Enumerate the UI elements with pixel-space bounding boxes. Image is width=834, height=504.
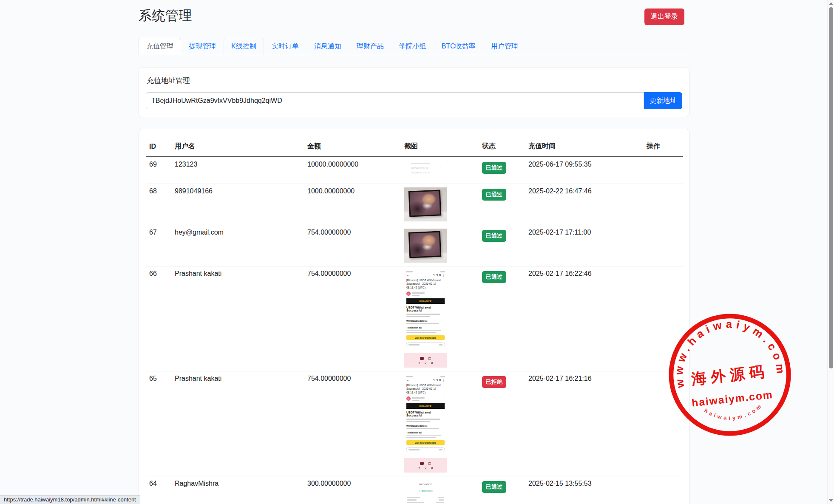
tab-5[interactable]: 消息通知 [306,38,349,55]
skeleton-text-line [407,499,417,501]
address-input-group: 更新地址 [146,92,682,109]
recharge-table: ID用户名金额截图状态充值时间操作 6912312310000.00000000… [146,136,683,504]
skeleton-text-line [436,502,444,503]
reply-bar[interactable] [406,343,445,347]
address-input[interactable] [146,92,644,109]
skeleton-text-line [406,419,440,420]
tab-9[interactable]: 用户管理 [483,38,526,55]
cell-username: 123123 [171,157,304,184]
kebab-menu-icon[interactable]: ⋮ [442,379,445,382]
table-row: 64RaghavMishra300.00000000BTC/USDT+ 300.… [146,476,683,504]
cell-amount: 1000.00000000 [304,184,401,225]
email-subject-text: [Binance] USDT Withdrawal Successful - 2… [404,278,447,291]
nav-recents-icon[interactable] [431,362,433,364]
android-nav-bar [418,362,433,364]
cell-id: 66 [146,266,171,371]
scroll-down-arrow-icon[interactable] [829,499,833,502]
table-row: 67hey@gmail.com754.00000000已通过2025-02-17… [146,225,683,266]
stamp-arc-bottom-text: haiwaiym.com [703,401,765,424]
kebab-menu-icon[interactable]: ⋮ [442,274,445,277]
scrollbar[interactable] [827,0,834,504]
tab-2[interactable]: 提现管理 [181,38,224,55]
archive-icon[interactable] [433,274,435,276]
reply-bar[interactable] [406,447,445,452]
back-arrow-icon[interactable]: ← [406,379,410,382]
skeleton-text-line [412,295,420,296]
link-preview-status-bar: https://trade.haiwaiym18.top/admin.html#… [0,495,140,504]
scroll-up-arrow-icon[interactable] [829,2,833,5]
status-badge: 已通过 [482,162,506,174]
visit-dashboard-button[interactable]: Visit Your Dashboard [406,440,445,445]
camera-icon [428,462,431,465]
mail-icon[interactable] [439,379,441,381]
table-row: 6912312310000.000000002025/6/13 9:512025… [146,157,683,184]
withdrawal-address-label: Withdrawal Address: [404,318,447,323]
cell-status: 已通过 [479,184,525,225]
camera-icon [428,357,431,360]
skeleton-text-line [412,400,420,401]
binance-banner: BINANCE [406,298,445,304]
kebab-menu-icon[interactable]: ⋮ [442,396,445,399]
tab-7[interactable]: 学院小组 [391,38,434,55]
tab-3[interactable]: K线控制 [224,38,264,55]
delete-icon[interactable] [436,274,438,276]
delete-icon[interactable] [436,379,438,381]
logout-button[interactable]: 退出登录 [644,8,684,25]
mail-icon[interactable] [439,274,441,276]
withdrawal-address-label: Withdrawal Address: [404,423,447,428]
column-header: 用户名 [171,136,304,157]
cell-amount: 754.00000000 [304,371,401,476]
nav-home-icon[interactable] [425,467,427,469]
tab-4[interactable]: 实时订单 [264,38,306,55]
screenshot-thumbnail[interactable]: BTC/USDT+ 300.0000 [404,480,447,504]
skeleton-text-line [406,332,436,333]
skeleton-text-line [439,344,443,345]
email-body-lines [404,313,447,318]
nav-back-icon[interactable] [418,362,420,364]
skeleton-text-line [411,163,430,164]
back-arrow-icon[interactable]: ← [406,274,410,277]
tab-6[interactable]: 理财产品 [349,38,391,55]
update-address-button[interactable]: 更新地址 [644,92,682,109]
kebab-menu-icon[interactable]: ⋮ [442,292,445,294]
cell-time: 2025-02-17 16:21:16 [525,371,643,476]
cell-status: 已通过 [479,157,525,184]
email-heading-text: USDT Withdrawal Successful [404,409,447,418]
email-subject-text: [Binance] USDT Withdrawal Successful - 2… [404,383,447,396]
nav-home-icon[interactable] [425,362,427,364]
visit-dashboard-button[interactable]: Visit Your Dashboard [406,335,445,340]
tab-8[interactable]: BTC收益率 [434,38,483,55]
cell-id: 69 [146,157,171,184]
screenshot-thumbnail[interactable] [404,187,447,221]
screenshot-thumbnail[interactable]: 2025/6/13 9:512025/6/13 16:09: : [404,161,447,180]
email-sender-row: B⋮ [404,395,447,402]
skeleton-text-line [406,314,440,315]
cell-id: 65 [146,371,171,476]
nav-back-icon[interactable] [418,467,420,469]
screenshot-thumbnail[interactable]: ←⋮[Binance] USDT Withdrawal Successful -… [404,375,447,473]
email-sender-row: B⋮ [404,290,447,297]
screenshot-thumbnail[interactable]: ←⋮[Binance] USDT Withdrawal Successful -… [404,270,447,368]
cell-screenshot: BTC/USDT+ 300.0000 [401,476,479,504]
cell-actions [643,157,683,184]
skeleton-text-line [406,437,436,438]
scrollbar-thumb[interactable] [829,7,833,368]
nav-recents-icon[interactable] [431,467,433,469]
cell-username: 9891049166 [171,184,304,225]
chat-icon [420,357,424,360]
skeleton-text-line [408,344,420,345]
chat-icon [420,462,424,465]
stamp-center-en: haiwaiym.com [691,389,774,409]
phone-keyboard-area [404,458,447,473]
column-header: 充值时间 [525,136,643,157]
archive-icon[interactable] [433,379,435,381]
screenshot-thumbnail[interactable] [404,229,447,263]
column-header: 金额 [304,136,401,157]
cell-time: 2025-02-17 17:11:00 [525,225,643,266]
tab-1[interactable]: 充值管理 [139,38,181,55]
painting-canvas [410,191,440,216]
cell-actions [643,371,683,476]
painting-canvas [410,232,440,257]
cell-time: 2025-02-17 16:22:46 [525,266,643,371]
recharge-records-card: ID用户名金额截图状态充值时间操作 6912312310000.00000000… [139,129,689,504]
